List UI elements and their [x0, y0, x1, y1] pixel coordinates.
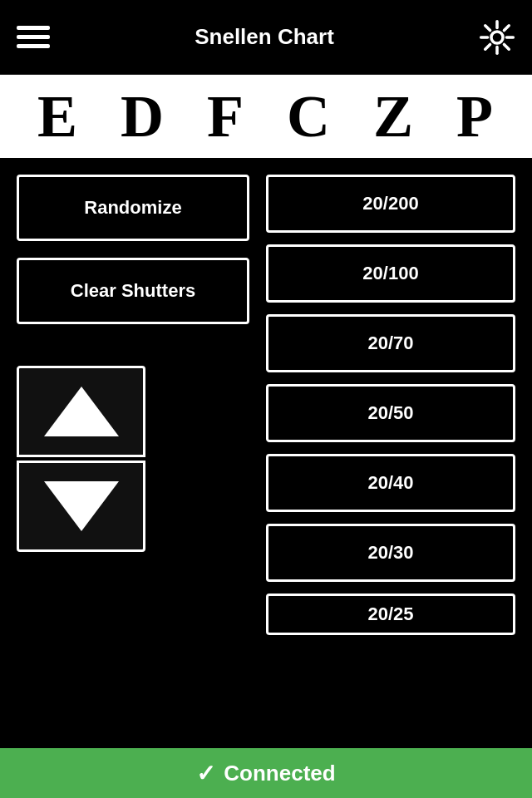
header: Snellen Chart — [0, 0, 532, 75]
svg-line-6 — [504, 44, 509, 49]
connected-label: Connected — [224, 761, 335, 786]
arrow-controls — [17, 366, 249, 552]
right-column: 20/200 20/100 20/70 20/50 20/40 20/30 20… — [266, 175, 515, 740]
left-column: Randomize Clear Shutters — [17, 175, 249, 740]
main-content: Randomize Clear Shutters 20/200 20/100 2… — [0, 158, 532, 756]
settings-icon[interactable] — [479, 19, 515, 56]
vision-btn-1[interactable]: 20/100 — [266, 244, 515, 303]
chart-letter-z: Z — [373, 82, 415, 151]
arrow-down-icon — [44, 481, 119, 531]
chart-letter-d: D — [121, 82, 165, 151]
chart-letter-f: F — [207, 82, 245, 151]
chart-letter-e: E — [37, 82, 79, 151]
arrow-up-button[interactable] — [17, 366, 145, 457]
clear-shutters-button[interactable]: Clear Shutters — [17, 258, 249, 324]
svg-point-0 — [491, 31, 503, 42]
svg-line-5 — [485, 25, 490, 30]
randomize-button[interactable]: Randomize — [17, 175, 249, 241]
arrow-up-icon — [44, 387, 119, 436]
chart-letter-c: C — [287, 82, 332, 151]
eye-chart-banner: E D F C Z P — [0, 75, 532, 158]
vision-btn-0[interactable]: 20/200 — [266, 175, 515, 233]
chart-letter-p: P — [456, 82, 495, 151]
status-bar: ✓ Connected — [0, 748, 532, 798]
vision-btn-5[interactable]: 20/30 — [266, 524, 515, 582]
vision-btn-6[interactable]: 20/25 — [266, 594, 515, 635]
page-title: Snellen Chart — [195, 24, 334, 50]
connected-check-icon: ✓ — [196, 760, 215, 787]
vision-btn-3[interactable]: 20/50 — [266, 384, 515, 442]
menu-button[interactable] — [17, 26, 50, 48]
vision-btn-2[interactable]: 20/70 — [266, 314, 515, 372]
arrow-down-button[interactable] — [17, 461, 145, 552]
svg-line-7 — [504, 25, 509, 30]
svg-line-8 — [485, 44, 490, 49]
vision-btn-4[interactable]: 20/40 — [266, 454, 515, 512]
